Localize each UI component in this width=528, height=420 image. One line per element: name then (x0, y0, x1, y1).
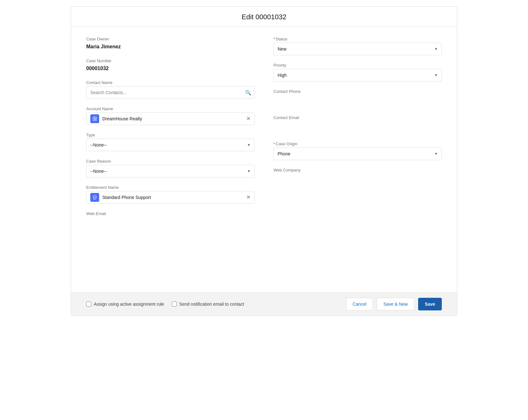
case-number-label: Case Number (86, 58, 255, 63)
cancel-button[interactable]: Cancel (346, 298, 373, 310)
contact-name-input[interactable] (86, 86, 255, 99)
notify-checkbox-item: Send notification email to contact (172, 302, 244, 307)
case-number-value: 00001032 (86, 64, 255, 73)
case-origin-required-indicator: * (273, 141, 275, 146)
contact-phone-label: Contact Phone (273, 89, 442, 94)
modal-title: Edit 00001032 (71, 13, 457, 21)
edit-modal: Edit 00001032 Case Owner Maria Jimenez C… (71, 6, 457, 316)
entitlement-name-label: Entitlement Name (86, 185, 255, 190)
contact-phone-value (273, 95, 442, 108)
contact-email-value (273, 121, 442, 134)
contact-name-label: Contact Name (86, 80, 255, 85)
web-email-label: Web Email (86, 211, 255, 216)
case-origin-select[interactable]: Phone Email Web (273, 147, 442, 160)
web-company-value (273, 174, 442, 186)
case-origin-select-wrapper: Phone Email Web ▼ (273, 147, 442, 160)
account-name-clear-button[interactable]: ✕ (246, 116, 250, 121)
account-name-field: Account Name DreamHouse Realty (86, 106, 255, 125)
case-reason-select[interactable]: --None-- Installation User Education Per… (86, 165, 255, 177)
status-field: * Status New Working Escalated Closed ▼ (273, 37, 442, 55)
case-owner-value: Maria Jimenez (86, 43, 255, 51)
assign-rule-checkbox[interactable] (86, 302, 91, 307)
modal-footer: Assign using active assignment rule Send… (71, 292, 457, 315)
case-origin-field: * Case Origin Phone Email Web ▼ (273, 141, 442, 160)
notify-label: Send notification email to contact (179, 302, 244, 307)
footer-checkboxes: Assign using active assignment rule Send… (86, 302, 340, 307)
svg-rect-1 (94, 118, 95, 119)
account-icon (90, 114, 99, 123)
contact-phone-field: Contact Phone (273, 89, 442, 108)
entitlement-name-clear-button[interactable]: ✕ (246, 195, 250, 200)
account-name-value: DreamHouse Realty (102, 116, 243, 121)
status-required-indicator: * (273, 37, 275, 41)
case-reason-select-wrapper: --None-- Installation User Education Per… (86, 165, 255, 177)
case-owner-field: Case Owner Maria Jimenez (86, 37, 255, 51)
assign-rule-checkbox-item: Assign using active assignment rule (86, 302, 164, 307)
entitlement-icon (90, 193, 99, 202)
case-reason-label: Case Reason (86, 159, 255, 164)
account-name-label: Account Name (86, 106, 255, 111)
contact-email-field: Contact Email (273, 115, 442, 134)
priority-select-wrapper: High Medium Low ▼ (273, 69, 442, 81)
priority-select[interactable]: High Medium Low (273, 69, 442, 81)
status-label: * Status (273, 37, 442, 41)
priority-field: Priority High Medium Low ▼ (273, 63, 442, 81)
web-company-label: Web Company (273, 168, 442, 172)
web-email-field: Web Email (86, 211, 255, 230)
status-select-wrapper: New Working Escalated Closed ▼ (273, 43, 442, 55)
save-button[interactable]: Save (418, 298, 442, 310)
type-select-wrapper: --None-- User Feature Request Question P… (86, 139, 255, 151)
case-reason-field: Case Reason --None-- Installation User E… (86, 159, 255, 177)
account-name-lookup[interactable]: DreamHouse Realty ✕ (86, 112, 255, 125)
footer-buttons: Cancel Save & New Save (346, 298, 442, 310)
svg-rect-3 (94, 119, 95, 120)
status-select[interactable]: New Working Escalated Closed (273, 43, 442, 55)
contact-name-field: Contact Name 🔍 (86, 80, 255, 99)
notify-checkbox[interactable] (172, 302, 177, 307)
case-number-field: Case Number 00001032 (86, 58, 255, 73)
case-owner-label: Case Owner (86, 37, 255, 41)
web-company-field: Web Company (273, 168, 442, 186)
form-grid: Case Owner Maria Jimenez Case Number 000… (86, 37, 442, 237)
right-column: * Status New Working Escalated Closed ▼ (273, 37, 442, 237)
entitlement-name-field: Entitlement Name Standard Phone Support … (86, 185, 255, 204)
type-select[interactable]: --None-- User Feature Request Question P… (86, 139, 255, 151)
save-new-button[interactable]: Save & New (377, 298, 414, 310)
modal-body: Case Owner Maria Jimenez Case Number 000… (71, 27, 457, 292)
priority-label: Priority (273, 63, 442, 68)
search-icon: 🔍 (245, 90, 251, 96)
contact-name-wrapper: 🔍 (86, 86, 255, 99)
svg-rect-4 (95, 119, 96, 120)
entitlement-name-lookup[interactable]: Standard Phone Support ✕ (86, 191, 255, 204)
type-field: Type --None-- User Feature Request Quest… (86, 133, 255, 151)
assign-rule-label: Assign using active assignment rule (94, 302, 164, 307)
web-email-value (86, 217, 255, 230)
entitlement-name-value: Standard Phone Support (102, 195, 243, 200)
modal-header: Edit 00001032 (71, 7, 457, 27)
left-column: Case Owner Maria Jimenez Case Number 000… (86, 37, 255, 237)
case-origin-label: * Case Origin (273, 141, 442, 146)
contact-email-label: Contact Email (273, 115, 442, 120)
svg-rect-2 (95, 118, 96, 119)
type-label: Type (86, 133, 255, 137)
